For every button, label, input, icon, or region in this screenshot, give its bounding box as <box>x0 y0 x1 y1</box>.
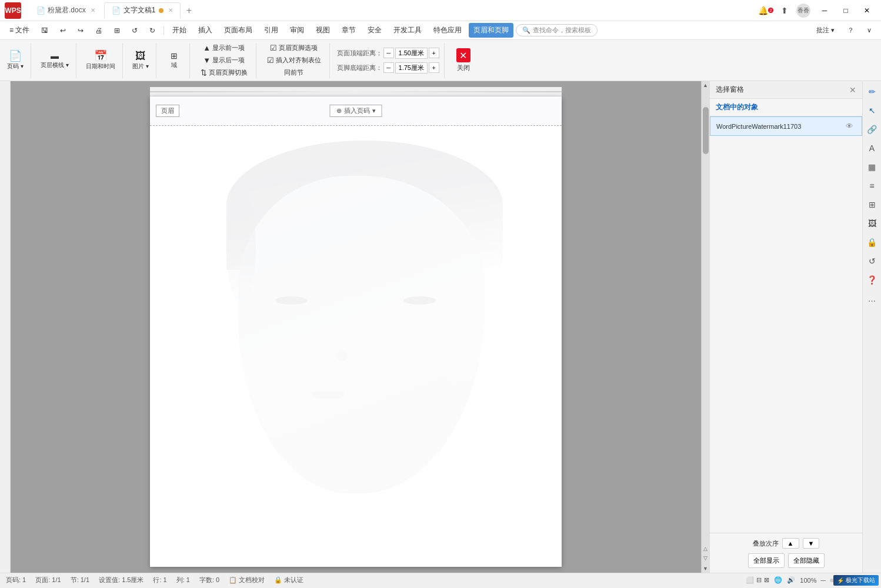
upload-button[interactable]: ⬆ <box>777 4 792 18</box>
eye-toggle-button[interactable]: 👁 <box>843 121 856 132</box>
comment-button[interactable]: 批注 ▾ <box>812 24 839 36</box>
top-dist-value: 1.50厘米 <box>395 48 428 59</box>
layer-line-button[interactable]: ▬ 页层横线 ▾ <box>38 51 71 71</box>
ribbon-group-field: ⊞ 域 <box>163 43 190 78</box>
header-footer-options-button[interactable]: ☑ 页眉页脚选项 <box>266 42 321 54</box>
menu-header-footer[interactable]: 页眉和页脚 <box>469 23 513 38</box>
view-split-button[interactable]: ⊟ <box>756 576 762 584</box>
layer-line-icon: ▬ <box>51 52 59 60</box>
globe-icon[interactable]: 🌐 <box>774 576 782 584</box>
scroll-thumb[interactable] <box>703 107 709 154</box>
order-down-button[interactable]: ▼ <box>803 538 820 549</box>
help-button[interactable]: ？ <box>843 24 859 36</box>
maximize-button[interactable]: □ <box>836 2 855 19</box>
menu-references[interactable]: 引用 <box>259 23 283 38</box>
menu-devtools[interactable]: 开发工具 <box>389 23 426 38</box>
visibility-row: 全部显示 全部隐藏 <box>748 553 825 568</box>
show-prev-button[interactable]: ▲ 显示前一项 <box>199 42 248 54</box>
menu-view[interactable]: 视图 <box>311 23 335 38</box>
side-image-icon[interactable]: 🖼 <box>864 215 880 232</box>
status-pages: 页面: 1/1 <box>35 576 61 584</box>
menu-print-icon[interactable]: 🖨 <box>91 24 107 37</box>
tab-文字文稿1[interactable]: 📄 文字文稿1 ✕ <box>104 2 181 18</box>
ribbon-group-picture: 🖼 图片 ▾ <box>130 43 156 78</box>
field-button[interactable]: ⊞ 域 <box>163 51 185 71</box>
bottom-dist-minus-button[interactable]: ─ <box>383 62 394 73</box>
menu-redo[interactable]: ↻ <box>145 24 160 37</box>
same-prev-button[interactable]: 同前节 <box>281 67 307 78</box>
scroll-next-page-button[interactable]: ▽ <box>702 554 710 562</box>
face-container <box>191 141 520 552</box>
close-header-footer-button[interactable]: ✕ 关闭 <box>452 46 475 75</box>
menu-file[interactable]: ≡ 文件 <box>5 23 34 38</box>
menu-review[interactable]: 审阅 <box>285 23 309 38</box>
side-draw-icon[interactable]: ✏ <box>864 83 880 100</box>
view-grid-button[interactable]: ⊠ <box>764 576 769 584</box>
view-fit-button[interactable]: ⬜ <box>746 576 754 584</box>
add-tab-button[interactable]: + <box>182 4 196 18</box>
doc-header-area[interactable]: 页眉 ⊕ 插入页码 ▾ <box>150 96 562 126</box>
menu-start[interactable]: 开始 <box>168 23 191 38</box>
ribbon-group-page-num: 📄 页码 ▾ <box>5 43 31 78</box>
bottom-dist-plus-button[interactable]: + <box>429 62 439 73</box>
options-checkbox-icon: ☑ <box>270 44 277 52</box>
panel-item-watermark[interactable]: WordPictureWatermark11703 👁 <box>710 116 862 136</box>
zoom-out-button[interactable]: ─ <box>819 576 827 584</box>
window-close-button[interactable]: ✕ <box>857 2 876 19</box>
scroll-down-button[interactable]: ▼ <box>702 564 710 573</box>
tab-粉黛君[interactable]: 📄 粉黛君.docx ✕ <box>28 2 103 18</box>
menu-undo-icon[interactable]: ↩ <box>55 24 71 37</box>
top-dist-minus-button[interactable]: ─ <box>383 48 394 58</box>
search-commands-box[interactable]: 🔍 查找命令，搜索模板 <box>516 24 598 36</box>
side-grid-icon[interactable]: ⊞ <box>864 196 880 213</box>
picture-button[interactable]: 🖼 图片 ▾ <box>130 49 151 72</box>
scroll-up-button[interactable]: ▲ <box>702 81 710 89</box>
header-footer-switch-button[interactable]: ⇅ 页眉页脚切换 <box>197 67 251 78</box>
notification-button[interactable]: 🔔2 <box>759 4 773 18</box>
scroll-prev-page-button[interactable]: △ <box>702 544 710 553</box>
scroll-bar: ▲ △ ▽ ▼ <box>701 81 709 573</box>
page-num-button[interactable]: 📄 页码 ▾ <box>5 49 26 72</box>
switch-icon: ⇅ <box>201 68 207 77</box>
tab2-close-icon[interactable]: ✕ <box>168 7 173 14</box>
side-lock-icon[interactable]: 🔒 <box>864 234 880 250</box>
menu-insert[interactable]: 插入 <box>193 23 217 38</box>
menu-special[interactable]: 特色应用 <box>429 23 466 38</box>
show-next-button[interactable]: ▼ 显示后一项 <box>199 55 248 66</box>
menu-security[interactable]: 安全 <box>363 23 386 38</box>
side-select-icon[interactable]: ↖ <box>864 102 880 119</box>
side-more-icon[interactable]: … <box>864 290 880 307</box>
menu-format-icon[interactable]: ⊞ <box>109 24 125 37</box>
bottom-distance-group: 页脚底端距离： ─ 1.75厘米 + <box>337 62 439 74</box>
sound-icon[interactable]: 🔊 <box>787 576 795 584</box>
menu-chapter[interactable]: 章节 <box>337 23 361 38</box>
tab1-close-icon[interactable]: ✕ <box>91 7 95 14</box>
hide-all-button[interactable]: 全部隐藏 <box>788 553 825 568</box>
insert-page-num-button[interactable]: ⊕ 插入页码 ▾ <box>330 105 382 117</box>
side-text-icon[interactable]: A <box>864 140 880 156</box>
status-doc-verify[interactable]: 📋 文档校对 <box>229 576 265 584</box>
menu-redo2-icon[interactable]: ↪ <box>73 24 88 37</box>
order-row: 叠放次序 ▲ ▼ <box>753 538 820 549</box>
insert-align-tab-button[interactable]: ☑ 插入对齐制表位 <box>263 55 325 66</box>
more-button[interactable]: ∨ <box>862 25 876 36</box>
avatar[interactable]: 香香 <box>796 4 810 18</box>
minimize-button[interactable]: ─ <box>815 2 834 19</box>
search-icon: 🔍 <box>522 26 530 34</box>
top-dist-plus-button[interactable]: + <box>429 48 439 58</box>
side-help-icon[interactable]: ❓ <box>864 272 880 288</box>
show-all-button[interactable]: 全部显示 <box>748 553 785 568</box>
menu-save-icon[interactable]: 🖫 <box>36 24 53 37</box>
side-list-icon[interactable]: ≡ <box>864 178 880 194</box>
bottom-dist-label: 页脚底端距离： <box>337 64 382 72</box>
side-rotate-icon[interactable]: ↺ <box>864 253 880 269</box>
datetime-button[interactable]: 📅 日期和时间 <box>84 49 118 72</box>
menu-page-layout[interactable]: 页面布局 <box>219 23 257 38</box>
order-up-button[interactable]: ▲ <box>782 538 799 549</box>
side-link-icon[interactable]: 🔗 <box>864 121 880 138</box>
wps-logo-icon: WPS <box>5 2 21 19</box>
menu-undo[interactable]: ↺ <box>127 24 142 37</box>
datetime-label: 日期和时间 <box>86 62 115 71</box>
side-table-icon[interactable]: ▦ <box>864 159 880 175</box>
panel-close-button[interactable]: ✕ <box>849 85 856 95</box>
